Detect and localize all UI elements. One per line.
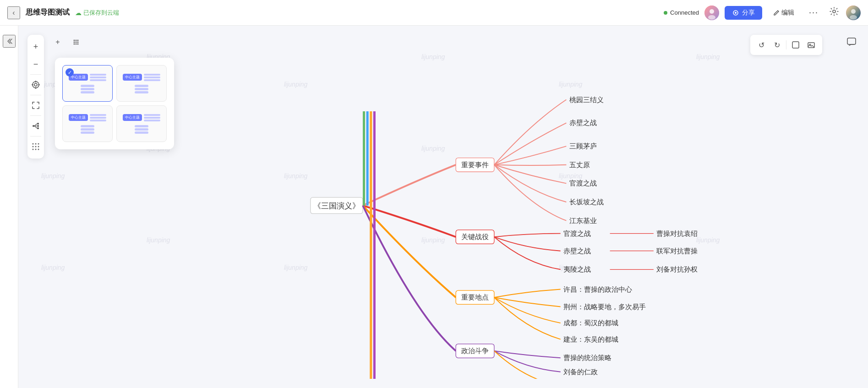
svg-point-35 <box>35 146 37 148</box>
template-grid: ✓ 中心主题 中心主题 <box>62 65 167 142</box>
edit-button[interactable]: 编辑 <box>768 6 800 20</box>
share-label: 分享 <box>742 9 755 17</box>
branch2-child3-text: 夷陵之战 <box>563 265 591 273</box>
sub-branches-1 <box>81 85 94 93</box>
svg-point-12 <box>74 42 75 43</box>
share-button[interactable]: 分享 <box>725 6 762 20</box>
template-preview-2: 中心主题 <box>123 74 160 81</box>
comment-icon[interactable] <box>844 35 859 49</box>
template-item-2[interactable]: 中心主题 <box>116 65 167 102</box>
settings-button[interactable] <box>828 5 841 20</box>
svg-point-32 <box>35 143 37 145</box>
zoom-in-button[interactable]: + <box>27 38 44 55</box>
template-branches-4 <box>144 114 160 121</box>
back-button[interactable]: ‹ <box>7 6 20 19</box>
collapse-button[interactable] <box>3 35 16 48</box>
svg-rect-43 <box>847 38 856 44</box>
branch-2 <box>90 77 106 78</box>
branch-9 <box>90 120 106 121</box>
branch-1 <box>90 74 106 76</box>
image-export-button[interactable] <box>804 38 819 52</box>
template-center-2: 中心主题 <box>123 74 142 81</box>
connected-badge: Connected <box>664 9 699 16</box>
save-status: ☁ 已保存到云端 <box>75 9 119 17</box>
user-avatar[interactable] <box>704 5 719 20</box>
svg-point-27 <box>37 127 39 129</box>
branch4-child1-text: 曹操的统治策略 <box>563 354 611 361</box>
toolbar-divider-4 <box>30 136 41 137</box>
branch1-child6-text: 长坂坡之战 <box>569 198 604 206</box>
more-button[interactable]: ··· <box>805 6 822 19</box>
template-item-4[interactable]: 中心主题 <box>116 105 167 142</box>
svg-point-18 <box>33 82 39 88</box>
branch-10 <box>144 114 160 116</box>
branch3-child1-text: 许昌：曹操的政治中心 <box>563 285 632 293</box>
svg-point-14 <box>77 42 79 43</box>
svg-point-24 <box>33 125 34 127</box>
svg-point-38 <box>35 149 37 150</box>
svg-point-16 <box>76 44 77 45</box>
branch-12 <box>144 120 160 121</box>
template-branches-2 <box>144 74 160 81</box>
svg-point-19 <box>34 83 37 86</box>
header: ‹ 思维导图测试 ☁ 已保存到云端 Connected 分享 编辑 ··· <box>0 0 868 26</box>
branch2-child3-line <box>494 237 561 269</box>
sub-branches-2 <box>135 85 148 93</box>
svg-point-34 <box>33 146 34 148</box>
svg-rect-40 <box>792 42 799 48</box>
branch1-child4-text: 五丈原 <box>569 161 590 169</box>
template-item-1[interactable]: ✓ 中心主题 <box>62 65 113 102</box>
branch2-label: 关键战役 <box>461 233 489 240</box>
toolbar-divider-3 <box>30 115 41 116</box>
sub-branches-3 <box>81 125 94 134</box>
branch-8 <box>90 117 106 119</box>
save-status-label: 已保存到云端 <box>83 9 119 17</box>
edit-label: 编辑 <box>781 9 794 17</box>
target-button[interactable] <box>27 77 44 93</box>
mini-divider <box>786 40 786 49</box>
branch1-child6-line <box>494 165 566 202</box>
branch2-child1-detail: 曹操对抗袁绍 <box>656 230 698 237</box>
svg-point-1 <box>710 9 714 14</box>
branch-view-button[interactable] <box>27 118 44 134</box>
branch2-child1-text: 官渡之战 <box>563 230 591 237</box>
fullscreen-button[interactable] <box>27 97 44 114</box>
svg-point-8 <box>850 15 857 20</box>
redo-button[interactable]: ↻ <box>770 38 784 52</box>
template-item-3[interactable]: 中心主题 <box>62 105 113 142</box>
top-left-controls: + <box>50 35 83 49</box>
branch2-child1-line <box>494 234 561 237</box>
branch-4 <box>144 74 160 76</box>
user-avatar-2[interactable] <box>846 5 861 20</box>
branch1-child2-line <box>494 123 566 164</box>
svg-line-28 <box>34 124 37 126</box>
dots-button[interactable] <box>27 138 44 155</box>
watermark: lijunping <box>41 264 65 271</box>
undo-button[interactable]: ↺ <box>754 38 769 52</box>
zoom-out-button[interactable]: − <box>27 56 44 72</box>
branch4-label: 政治斗争 <box>461 347 489 355</box>
branch3-child4-text: 建业：东吴的都城 <box>563 335 618 343</box>
toolbar-divider-2 <box>30 95 41 95</box>
branch1-label: 重要事件 <box>461 161 489 169</box>
frame-button[interactable] <box>788 38 803 52</box>
svg-point-4 <box>735 12 737 14</box>
connected-dot <box>664 11 667 15</box>
canvas-area: lijunping lijunping lijunping lijunping … <box>18 26 868 388</box>
add-node-button[interactable]: + <box>50 35 65 49</box>
template-preview-1: 中心主题 <box>69 74 106 81</box>
svg-point-11 <box>77 40 79 41</box>
branch3-label: 重要地点 <box>461 293 489 301</box>
cloud-icon: ☁ <box>75 9 82 16</box>
watermark: lijunping <box>147 236 170 244</box>
branch1-child2-text: 赤壁之战 <box>569 119 597 126</box>
branch2-child2-detail: 联军对抗曹操 <box>656 247 698 255</box>
watermark: lijunping <box>41 172 65 180</box>
branch1-child1-text: 桃园三结义 <box>569 96 604 104</box>
branch1-trunk <box>363 165 456 206</box>
svg-line-30 <box>34 126 37 128</box>
svg-point-25 <box>37 123 39 125</box>
branch1-child7-text: 江东基业 <box>569 217 597 224</box>
template-branches-3 <box>90 114 106 121</box>
grid-button[interactable] <box>69 35 83 49</box>
